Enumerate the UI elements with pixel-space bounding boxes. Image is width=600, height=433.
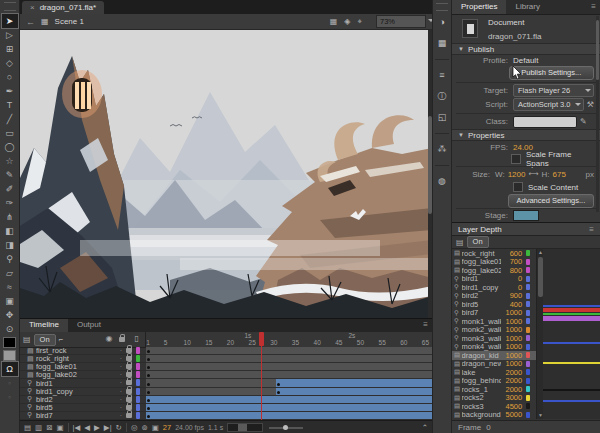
lock-icon[interactable] [126, 389, 132, 394]
properties-section-header[interactable]: ▼ Properties [452, 129, 600, 141]
outline-color-chip[interactable] [136, 363, 140, 370]
tab-library[interactable]: Library [506, 0, 548, 14]
fps-indicator[interactable]: 24.00 fps [175, 424, 204, 431]
outline-color-chip[interactable] [526, 267, 530, 273]
rectangle-tool[interactable]: ▭ [2, 126, 18, 140]
edit-scene-icon[interactable]: ▦ [330, 17, 338, 26]
selected-frame-span[interactable] [276, 388, 432, 395]
outline-color-chip[interactable] [526, 386, 530, 392]
stroke-color-swatch[interactable] [3, 350, 16, 361]
loop-button[interactable]: ↻ [116, 422, 122, 433]
visibility-dot[interactable]: · [116, 363, 126, 370]
visibility-dot[interactable]: · [116, 396, 126, 403]
outline-color-chip[interactable] [526, 395, 530, 401]
outline-color-chip[interactable] [526, 352, 530, 358]
timeline-ruler[interactable]: 151015202530354045505560651s2s [146, 332, 432, 347]
outline-color-chip[interactable] [136, 355, 140, 362]
outline-color-chip[interactable] [136, 371, 140, 378]
layer-depth-row[interactable]: ⚲bird10 [452, 275, 536, 284]
outline-color-chip[interactable] [136, 396, 140, 403]
layer-depth-row[interactable]: ▤fogg_lake01700 [452, 258, 536, 267]
keyframe-dot[interactable] [277, 391, 280, 394]
frame-span[interactable] [146, 355, 433, 362]
visibility-dot[interactable]: · [116, 388, 126, 395]
onion-skin-button[interactable]: ◎ [131, 422, 138, 433]
layer-depth-row[interactable]: ▤rocks23000 [452, 394, 536, 403]
visibility-dot[interactable]: · [116, 347, 126, 354]
publish-section-header[interactable]: ▼ Publish [452, 43, 600, 55]
dock-grip[interactable] [436, 3, 448, 11]
close-tab-icon[interactable]: × [30, 3, 35, 12]
outline-color-chip[interactable] [526, 284, 530, 290]
back-arrow-icon[interactable]: ← [26, 17, 35, 27]
frame-row[interactable] [146, 396, 432, 404]
timeline-frame-grid[interactable] [146, 347, 432, 420]
layer-depth-graph[interactable] [543, 249, 600, 419]
frame-value[interactable]: 0 [486, 423, 490, 432]
stage-width-value[interactable]: 1200 [508, 170, 526, 179]
lock-icon[interactable] [126, 413, 132, 418]
outline-color-chip[interactable] [526, 335, 530, 341]
timeline-layer-row[interactable]: ⚲bird7· [20, 412, 146, 420]
paint-brush-tool[interactable]: ✑ [2, 196, 18, 210]
layer-depth-row[interactable]: ⚲monk3_walk1000 [452, 334, 536, 343]
layer-depth-row[interactable]: ▤rocks_12000 [452, 385, 536, 394]
line-tool[interactable]: ╱ [2, 112, 18, 126]
wrench-icon[interactable]: ⚒ [587, 100, 594, 109]
keyframe-dot[interactable] [147, 407, 150, 410]
delete-layer-button[interactable]: ⊠ [46, 422, 52, 433]
outline-color-chip[interactable] [526, 276, 530, 282]
outline-color-chip[interactable] [526, 378, 530, 384]
outline-color-chip[interactable] [526, 361, 530, 367]
layer-depth-row[interactable]: ⚲bird5400 [452, 300, 536, 309]
frame-span[interactable] [146, 371, 433, 378]
panel-menu-icon[interactable]: ≡ [423, 319, 428, 332]
brush-tool[interactable]: ✐ [2, 182, 18, 196]
outline-all-layers-icon[interactable]: ▯ [135, 334, 139, 343]
ink-bottle-tool[interactable]: ◨ [2, 238, 18, 252]
timeline-scrollbar[interactable] [227, 423, 263, 432]
layer-depth-row[interactable]: ▤background...5000 [452, 411, 536, 420]
outline-color-chip[interactable] [526, 412, 530, 418]
visibility-dot[interactable]: · [116, 379, 126, 386]
frame-row[interactable] [146, 388, 432, 396]
layer-depth-row[interactable]: ⚲monk4_walk1000 [452, 343, 536, 352]
pen-tool[interactable]: ✒ [2, 84, 18, 98]
paint-bucket-tool[interactable]: ◧ [2, 224, 18, 238]
outline-color-chip[interactable] [526, 369, 530, 375]
outline-color-chip[interactable] [526, 318, 530, 324]
layer-depth-row[interactable]: ▤rocks34500 [452, 402, 536, 411]
scale-frame-spans-checkbox[interactable] [511, 154, 521, 164]
smooth-option-toggle[interactable]: ◦ [2, 390, 18, 404]
fill-color-swatch[interactable] [3, 337, 16, 348]
layer-depth-value[interactable]: 5000 [501, 410, 522, 419]
toolbar-grip[interactable] [4, 2, 16, 11]
visibility-dot[interactable]: · [116, 412, 126, 419]
selected-frame-span[interactable] [276, 379, 432, 386]
visibility-dot[interactable]: · [116, 404, 126, 411]
outline-color-chip[interactable] [526, 293, 530, 299]
panel-menu-icon[interactable]: ≡ [591, 0, 596, 14]
frame-span[interactable] [146, 379, 277, 386]
keyframe-dot[interactable] [147, 383, 150, 386]
target-dropdown[interactable]: Flash Player 26 [513, 84, 594, 97]
layer-depth-row[interactable]: ⚲bird2900 [452, 292, 536, 301]
selected-frame-span[interactable] [146, 396, 432, 403]
layer-depth-row[interactable]: ▤lake2000 [452, 368, 536, 377]
align-panel-icon[interactable]: ≡ [434, 68, 450, 83]
outline-color-chip[interactable] [136, 412, 140, 419]
lock-icon[interactable] [126, 397, 132, 402]
play-button[interactable]: ▶ [94, 422, 100, 433]
frame-row[interactable] [146, 347, 432, 355]
frame-row[interactable] [146, 412, 432, 420]
selected-frame-span[interactable] [146, 404, 432, 411]
advanced-settings-button[interactable]: Advanced Settings... [508, 194, 594, 208]
properties-scrollbar[interactable] [596, 16, 599, 212]
frame-row[interactable] [146, 379, 432, 387]
frame-span[interactable] [146, 347, 433, 354]
new-folder-button[interactable]: ▥ [35, 422, 42, 433]
frame-row[interactable] [146, 404, 432, 412]
layer-depth-row[interactable]: ▤fogg_lake02800 [452, 266, 536, 275]
resize-handle-icon[interactable]: ⌃ [422, 422, 428, 433]
free-transform-tool[interactable]: ⊞ [2, 42, 18, 56]
